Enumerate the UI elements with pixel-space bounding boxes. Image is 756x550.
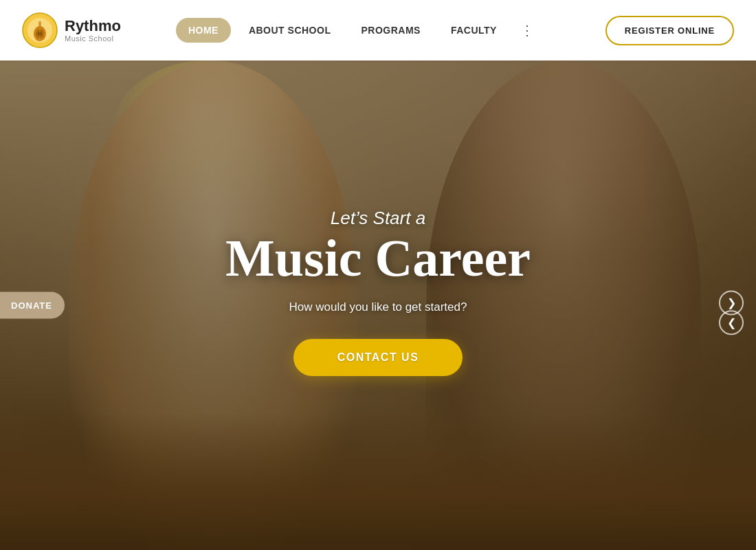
header: Rythmo Music School HOME ABOUT SCHOOL PR… — [0, 0, 756, 60]
hero-content: Let’s Start a Music Career How would you… — [0, 60, 756, 550]
contact-us-button[interactable]: CONTACT US — [293, 339, 463, 376]
chevron-right-icon: ❯ — [727, 296, 736, 309]
hero-section: DONATE ❯ ❮ Let’s Start a Music Career Ho… — [0, 60, 756, 550]
hero-title: Music Career — [225, 232, 531, 284]
nav-home[interactable]: HOME — [176, 18, 231, 43]
hero-subtitle: Let’s Start a — [331, 208, 425, 229]
nav-about-school[interactable]: ABOUT SCHOOL — [236, 18, 344, 43]
register-online-button[interactable]: REGISTER ONLINE — [605, 16, 734, 45]
logo-icon — [22, 12, 58, 48]
logo-subtitle: Music School — [65, 34, 121, 43]
chevron-left-icon: ❮ — [727, 316, 736, 329]
donate-button[interactable]: DONATE — [0, 292, 65, 319]
logo[interactable]: Rythmo Music School — [22, 12, 121, 48]
logo-name: Rythmo — [65, 18, 121, 34]
hero-question: How would you like to get started? — [289, 300, 467, 314]
carousel-prev-button[interactable]: ❮ — [719, 310, 744, 335]
logo-text: Rythmo Music School — [65, 18, 121, 43]
more-menu-icon[interactable]: ⋮ — [515, 22, 541, 38]
nav-faculty[interactable]: FACULTY — [438, 18, 509, 43]
nav-programs[interactable]: PROGRAMS — [348, 18, 432, 43]
main-nav: HOME ABOUT SCHOOL PROGRAMS FACULTY ⋮ — [176, 18, 541, 43]
